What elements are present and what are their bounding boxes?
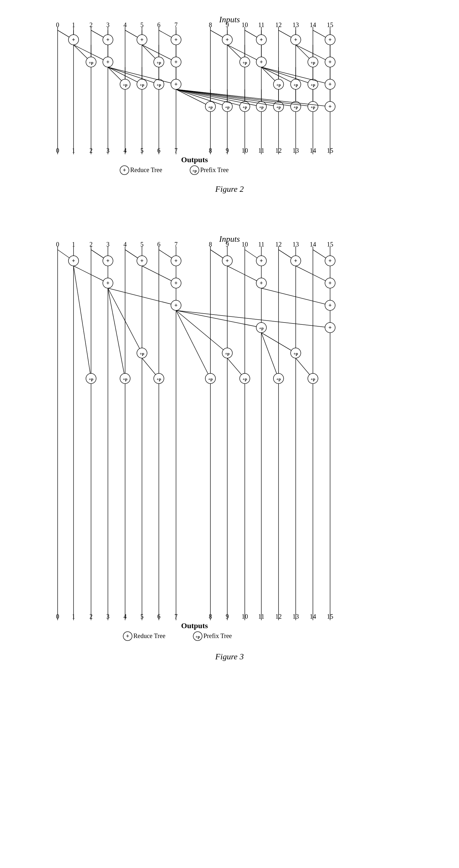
svg-line-141 (176, 89, 330, 106)
svg-text:+: + (328, 81, 332, 88)
svg-text:+: + (72, 258, 75, 264)
svg-line-133 (176, 89, 296, 106)
svg-text:4: 4 (123, 147, 127, 154)
svg-line-277 (108, 288, 125, 378)
svg-text:+p: +p (311, 82, 315, 87)
svg-text:+p: +p (208, 105, 213, 110)
svg-text:2: 2 (89, 241, 93, 248)
svg-text:+: + (328, 37, 332, 43)
svg-text:+: + (174, 81, 178, 88)
svg-text:15: 15 (327, 21, 333, 28)
svg-text:3: 3 (106, 147, 110, 154)
svg-text:13: 13 (292, 147, 299, 154)
svg-text:+: + (106, 37, 110, 43)
svg-line-241 (74, 266, 108, 283)
figure2-label: Figure 2 (215, 184, 243, 194)
svg-text:11: 11 (258, 241, 264, 248)
svg-text:+: + (106, 280, 110, 286)
svg-text:+p: +p (196, 634, 200, 639)
svg-text:10: 10 (241, 21, 248, 28)
svg-text:15: 15 (327, 613, 333, 620)
svg-text:+p: +p (89, 377, 93, 381)
svg-line-268 (176, 310, 227, 353)
svg-text:8: 8 (209, 613, 212, 620)
svg-text:3: 3 (106, 241, 110, 248)
svg-text:+p: +p (293, 105, 298, 110)
svg-text:+: + (174, 258, 178, 264)
svg-text:+p: +p (242, 105, 247, 110)
svg-text:1: 1 (72, 21, 75, 28)
svg-text:11: 11 (258, 147, 264, 154)
svg-text:+: + (260, 59, 263, 65)
svg-text:7: 7 (174, 613, 178, 620)
svg-text:1: 1 (72, 147, 75, 154)
svg-text:+: + (294, 258, 297, 264)
figure3-label: Figure 3 (215, 652, 243, 661)
svg-text:+p: +p (123, 377, 127, 381)
svg-text:Reduce Tree: Reduce Tree (130, 166, 162, 173)
svg-text:0: 0 (56, 613, 59, 620)
svg-text:+p: +p (156, 377, 162, 381)
svg-text:0: 0 (56, 241, 59, 248)
svg-text:7: 7 (174, 147, 178, 154)
svg-text:11: 11 (258, 21, 264, 28)
svg-text:+: + (72, 37, 75, 43)
svg-text:14: 14 (310, 241, 316, 248)
svg-text:10: 10 (241, 147, 248, 154)
svg-text:+: + (328, 258, 332, 264)
svg-text:3: 3 (106, 21, 110, 28)
svg-text:+p: +p (156, 60, 162, 65)
svg-text:13: 13 (292, 241, 299, 248)
svg-text:13: 13 (292, 613, 299, 620)
svg-text:10: 10 (241, 613, 248, 620)
svg-text:+: + (260, 258, 263, 264)
svg-text:+: + (328, 302, 332, 309)
svg-text:8: 8 (209, 147, 212, 154)
svg-text:+p: +p (140, 351, 144, 356)
svg-text:+p: +p (123, 82, 127, 87)
svg-text:+p: +p (311, 377, 315, 381)
svg-text:5: 5 (140, 21, 144, 28)
svg-text:5: 5 (140, 241, 144, 248)
svg-line-247 (227, 266, 261, 283)
svg-text:Prefix Tree: Prefix Tree (200, 166, 229, 173)
svg-text:+p: +p (140, 82, 144, 87)
svg-text:+: + (328, 280, 332, 286)
svg-text:1: 1 (72, 241, 75, 248)
svg-text:+: + (174, 302, 178, 309)
page: Inputs (0, 0, 459, 693)
svg-text:Prefix Tree: Prefix Tree (203, 632, 232, 639)
svg-text:+: + (106, 258, 110, 264)
figure2-container: Inputs (32, 13, 427, 194)
svg-text:6: 6 (157, 21, 161, 28)
svg-text:5: 5 (140, 147, 144, 154)
svg-text:10: 10 (241, 241, 248, 248)
svg-text:+p: +p (225, 105, 230, 110)
svg-text:+p: +p (259, 326, 264, 331)
svg-text:+: + (106, 59, 110, 65)
svg-text:2: 2 (89, 613, 93, 620)
svg-text:+: + (226, 258, 229, 264)
svg-text:+: + (328, 324, 332, 331)
svg-text:+: + (328, 103, 332, 110)
svg-text:6: 6 (157, 613, 161, 620)
svg-text:+p: +p (242, 60, 247, 65)
svg-text:+p: +p (311, 60, 315, 65)
svg-text:+p: +p (192, 168, 197, 173)
svg-text:Inputs: Inputs (219, 15, 240, 24)
svg-text:+p: +p (242, 377, 247, 381)
svg-text:+: + (260, 280, 263, 286)
svg-text:+: + (140, 258, 144, 264)
svg-text:2: 2 (89, 21, 93, 28)
svg-text:7: 7 (174, 21, 178, 28)
svg-text:Reduce Tree: Reduce Tree (133, 632, 166, 639)
svg-text:+p: +p (293, 82, 298, 87)
svg-text:12: 12 (275, 147, 282, 154)
svg-line-274 (74, 266, 91, 378)
svg-text:6: 6 (157, 241, 161, 248)
svg-text:2: 2 (89, 147, 93, 154)
svg-text:+p: +p (225, 351, 230, 356)
svg-text:+p: +p (311, 105, 315, 110)
svg-text:+: + (123, 167, 126, 173)
svg-text:9: 9 (226, 21, 229, 28)
